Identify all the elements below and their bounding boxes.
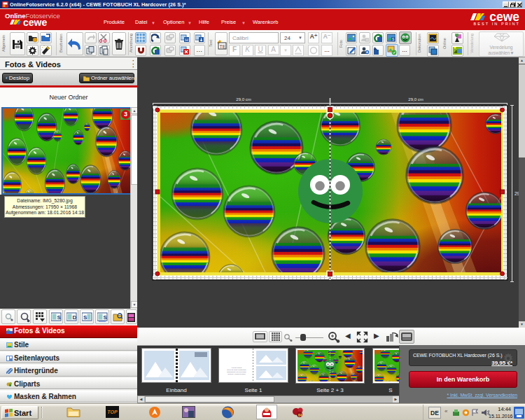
svg-text:29,0 cm: 29,0 cm [236, 97, 251, 102]
svg-text:D: D [72, 314, 76, 321]
svg-text:64: 64 [298, 413, 302, 417]
svg-text:S: S [57, 314, 61, 321]
svg-text:S: S [103, 314, 107, 321]
svg-text:S: S [83, 314, 88, 321]
svg-text:29,0 cm: 29,0 cm [408, 97, 423, 102]
svg-text:TE: TE [220, 44, 226, 49]
svg-text:H: H [186, 38, 188, 42]
